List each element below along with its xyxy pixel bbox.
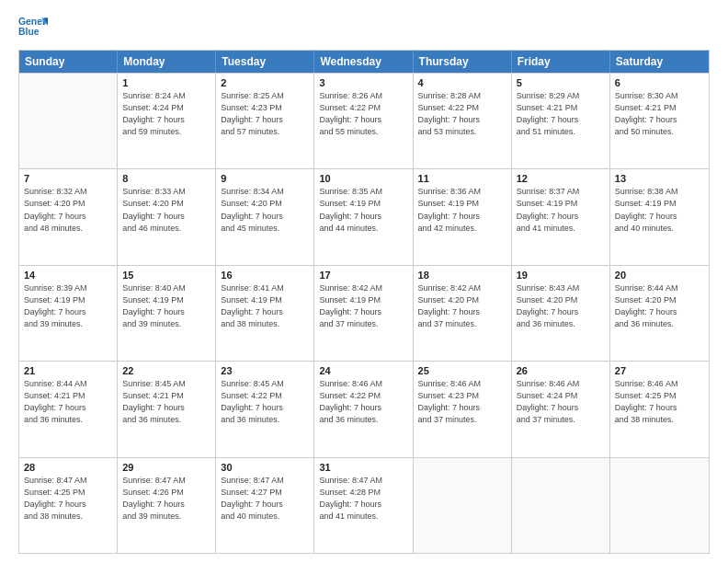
day-info: Sunrise: 8:41 AM Sunset: 4:19 PM Dayligh…: [221, 282, 309, 330]
day-number: 5: [517, 77, 605, 88]
page: General Blue SundayMondayTuesdayWednesda…: [0, 0, 728, 563]
day-number: 9: [221, 173, 309, 184]
calendar-cell: 21Sunrise: 8:44 AM Sunset: 4:21 PM Dayli…: [19, 362, 118, 456]
logo: General Blue: [18, 15, 51, 40]
day-number: 8: [122, 173, 210, 184]
calendar-week: 28Sunrise: 8:47 AM Sunset: 4:25 PM Dayli…: [19, 457, 709, 553]
day-number: 14: [24, 270, 112, 281]
day-number: 30: [221, 462, 309, 473]
day-number: 23: [221, 365, 309, 376]
calendar-cell: [19, 74, 118, 168]
day-info: Sunrise: 8:39 AM Sunset: 4:19 PM Dayligh…: [24, 282, 112, 330]
calendar-body: 1Sunrise: 8:24 AM Sunset: 4:24 PM Daylig…: [19, 73, 709, 553]
day-number: 10: [319, 173, 407, 184]
calendar-cell: 26Sunrise: 8:46 AM Sunset: 4:24 PM Dayli…: [512, 362, 610, 456]
calendar-cell: 29Sunrise: 8:47 AM Sunset: 4:26 PM Dayli…: [118, 458, 216, 553]
calendar-week: 1Sunrise: 8:24 AM Sunset: 4:24 PM Daylig…: [19, 73, 709, 168]
day-number: 20: [615, 270, 704, 281]
day-info: Sunrise: 8:25 AM Sunset: 4:23 PM Dayligh…: [221, 90, 309, 138]
day-number: 16: [221, 270, 309, 281]
day-info: Sunrise: 8:46 AM Sunset: 4:23 PM Dayligh…: [418, 378, 506, 426]
day-info: Sunrise: 8:47 AM Sunset: 4:25 PM Dayligh…: [24, 475, 112, 523]
calendar-header: SundayMondayTuesdayWednesdayThursdayFrid…: [19, 51, 709, 73]
day-info: Sunrise: 8:37 AM Sunset: 4:19 PM Dayligh…: [517, 186, 605, 234]
calendar-cell: 16Sunrise: 8:41 AM Sunset: 4:19 PM Dayli…: [216, 266, 314, 361]
calendar-cell: 24Sunrise: 8:46 AM Sunset: 4:22 PM Dayli…: [314, 362, 413, 456]
calendar-cell: [512, 458, 610, 553]
day-number: 27: [615, 365, 704, 376]
header: General Blue: [18, 15, 710, 40]
calendar-cell: 8Sunrise: 8:33 AM Sunset: 4:20 PM Daylig…: [118, 169, 216, 264]
weekday-header: Friday: [512, 51, 610, 73]
day-number: 11: [418, 173, 506, 184]
weekday-header: Sunday: [19, 51, 118, 73]
day-info: Sunrise: 8:36 AM Sunset: 4:19 PM Dayligh…: [418, 186, 506, 234]
calendar-cell: 13Sunrise: 8:38 AM Sunset: 4:19 PM Dayli…: [610, 169, 709, 264]
calendar-cell: [610, 458, 709, 553]
calendar-cell: 19Sunrise: 8:43 AM Sunset: 4:20 PM Dayli…: [512, 266, 610, 361]
calendar-week: 21Sunrise: 8:44 AM Sunset: 4:21 PM Dayli…: [19, 361, 709, 456]
calendar-cell: 9Sunrise: 8:34 AM Sunset: 4:20 PM Daylig…: [216, 169, 314, 264]
day-number: 29: [122, 462, 210, 473]
calendar-cell: 25Sunrise: 8:46 AM Sunset: 4:23 PM Dayli…: [414, 362, 512, 456]
calendar-cell: 2Sunrise: 8:25 AM Sunset: 4:23 PM Daylig…: [216, 74, 314, 168]
calendar-week: 14Sunrise: 8:39 AM Sunset: 4:19 PM Dayli…: [19, 265, 709, 361]
day-info: Sunrise: 8:24 AM Sunset: 4:24 PM Dayligh…: [122, 90, 210, 138]
day-info: Sunrise: 8:45 AM Sunset: 4:22 PM Dayligh…: [221, 378, 309, 426]
logo-icon: General Blue: [18, 15, 48, 40]
weekday-header: Monday: [118, 51, 216, 73]
weekday-header: Saturday: [610, 51, 709, 73]
day-number: 13: [615, 173, 704, 184]
day-info: Sunrise: 8:34 AM Sunset: 4:20 PM Dayligh…: [221, 186, 309, 234]
calendar: SundayMondayTuesdayWednesdayThursdayFrid…: [18, 50, 710, 554]
calendar-cell: 5Sunrise: 8:29 AM Sunset: 4:21 PM Daylig…: [512, 74, 610, 168]
calendar-cell: 20Sunrise: 8:44 AM Sunset: 4:20 PM Dayli…: [610, 266, 709, 361]
day-info: Sunrise: 8:46 AM Sunset: 4:25 PM Dayligh…: [615, 378, 704, 426]
calendar-cell: 11Sunrise: 8:36 AM Sunset: 4:19 PM Dayli…: [414, 169, 512, 264]
calendar-cell: 10Sunrise: 8:35 AM Sunset: 4:19 PM Dayli…: [314, 169, 413, 264]
day-info: Sunrise: 8:46 AM Sunset: 4:22 PM Dayligh…: [319, 378, 407, 426]
day-number: 3: [319, 77, 407, 88]
day-info: Sunrise: 8:47 AM Sunset: 4:26 PM Dayligh…: [122, 475, 210, 523]
weekday-header: Thursday: [414, 51, 512, 73]
day-info: Sunrise: 8:47 AM Sunset: 4:28 PM Dayligh…: [319, 475, 407, 523]
calendar-cell: 1Sunrise: 8:24 AM Sunset: 4:24 PM Daylig…: [118, 74, 216, 168]
day-number: 25: [418, 365, 506, 376]
day-info: Sunrise: 8:32 AM Sunset: 4:20 PM Dayligh…: [24, 186, 112, 234]
calendar-cell: 6Sunrise: 8:30 AM Sunset: 4:21 PM Daylig…: [610, 74, 709, 168]
day-number: 12: [517, 173, 605, 184]
day-number: 6: [615, 77, 704, 88]
calendar-cell: [414, 458, 512, 553]
calendar-cell: 30Sunrise: 8:47 AM Sunset: 4:27 PM Dayli…: [216, 458, 314, 553]
calendar-cell: 28Sunrise: 8:47 AM Sunset: 4:25 PM Dayli…: [19, 458, 118, 553]
day-info: Sunrise: 8:46 AM Sunset: 4:24 PM Dayligh…: [517, 378, 605, 426]
calendar-cell: 27Sunrise: 8:46 AM Sunset: 4:25 PM Dayli…: [610, 362, 709, 456]
calendar-week: 7Sunrise: 8:32 AM Sunset: 4:20 PM Daylig…: [19, 168, 709, 264]
day-info: Sunrise: 8:42 AM Sunset: 4:19 PM Dayligh…: [319, 282, 407, 330]
weekday-header: Wednesday: [314, 51, 413, 73]
day-info: Sunrise: 8:44 AM Sunset: 4:21 PM Dayligh…: [24, 378, 112, 426]
day-info: Sunrise: 8:38 AM Sunset: 4:19 PM Dayligh…: [615, 186, 704, 234]
day-info: Sunrise: 8:45 AM Sunset: 4:21 PM Dayligh…: [122, 378, 210, 426]
day-info: Sunrise: 8:47 AM Sunset: 4:27 PM Dayligh…: [221, 475, 309, 523]
day-info: Sunrise: 8:44 AM Sunset: 4:20 PM Dayligh…: [615, 282, 704, 330]
day-info: Sunrise: 8:30 AM Sunset: 4:21 PM Dayligh…: [615, 90, 704, 138]
day-number: 26: [517, 365, 605, 376]
day-info: Sunrise: 8:40 AM Sunset: 4:19 PM Dayligh…: [122, 282, 210, 330]
calendar-cell: 17Sunrise: 8:42 AM Sunset: 4:19 PM Dayli…: [314, 266, 413, 361]
day-info: Sunrise: 8:35 AM Sunset: 4:19 PM Dayligh…: [319, 186, 407, 234]
day-info: Sunrise: 8:43 AM Sunset: 4:20 PM Dayligh…: [517, 282, 605, 330]
calendar-cell: 3Sunrise: 8:26 AM Sunset: 4:22 PM Daylig…: [314, 74, 413, 168]
calendar-cell: 15Sunrise: 8:40 AM Sunset: 4:19 PM Dayli…: [118, 266, 216, 361]
day-number: 1: [122, 77, 210, 88]
day-number: 21: [24, 365, 112, 376]
day-info: Sunrise: 8:28 AM Sunset: 4:22 PM Dayligh…: [418, 90, 506, 138]
weekday-header: Tuesday: [216, 51, 314, 73]
day-number: 22: [122, 365, 210, 376]
calendar-cell: 23Sunrise: 8:45 AM Sunset: 4:22 PM Dayli…: [216, 362, 314, 456]
calendar-cell: 7Sunrise: 8:32 AM Sunset: 4:20 PM Daylig…: [19, 169, 118, 264]
day-info: Sunrise: 8:33 AM Sunset: 4:20 PM Dayligh…: [122, 186, 210, 234]
day-number: 28: [24, 462, 112, 473]
calendar-cell: 31Sunrise: 8:47 AM Sunset: 4:28 PM Dayli…: [314, 458, 413, 553]
day-number: 18: [418, 270, 506, 281]
